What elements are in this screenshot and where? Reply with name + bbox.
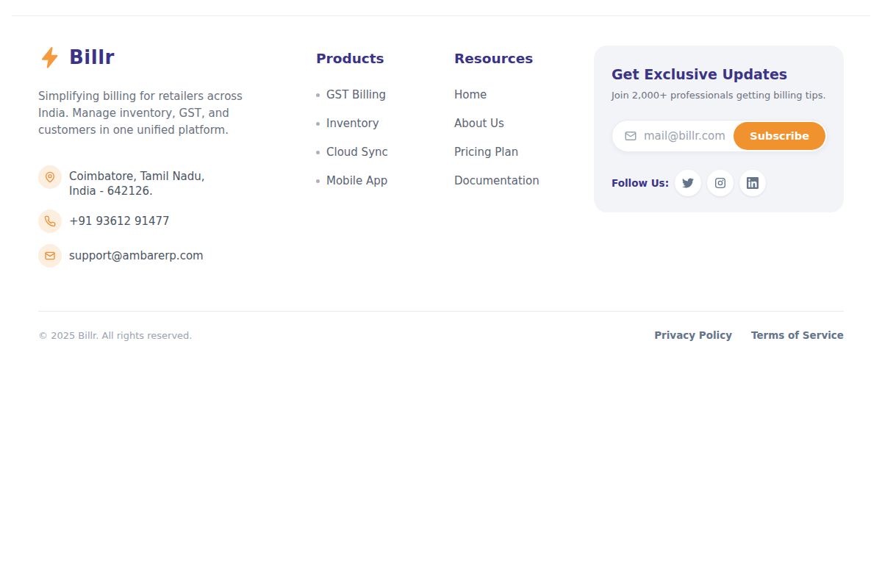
- resource-link-about-us[interactable]: About Us: [454, 117, 594, 130]
- phone-text: +91 93612 91477: [69, 209, 170, 229]
- twitter-icon: [682, 177, 694, 189]
- resource-link-pricing-plan[interactable]: Pricing Plan: [454, 146, 594, 159]
- resources-list: Home About Us Pricing Plan Documentation: [454, 88, 594, 187]
- bottom-links: Privacy Policy Terms of Service: [654, 329, 844, 341]
- bottom-divider: [38, 311, 844, 312]
- newsletter-title: Get Exclusive Updates: [612, 66, 828, 82]
- instagram-icon: [714, 177, 726, 189]
- product-link-inventory[interactable]: Inventory: [316, 117, 454, 130]
- products-title: Products: [316, 51, 454, 66]
- bullet-icon: [316, 122, 320, 126]
- brand-logo[interactable]: Billr: [38, 46, 268, 69]
- resource-link-home[interactable]: Home: [454, 88, 594, 101]
- contact-list: Coimbatore, Tamil Nadu, India - 642126. …: [38, 165, 268, 268]
- email-icon: [38, 244, 62, 268]
- brand-description: Simplifying billing for retailers across…: [38, 88, 268, 139]
- bottom-bar: © 2025 Billr. All rights reserved. Priva…: [38, 329, 844, 341]
- newsletter-card: Get Exclusive Updates Join 2,000+ profes…: [594, 46, 844, 212]
- brand-name: Billr: [69, 46, 115, 68]
- product-link-cloud-sync[interactable]: Cloud Sync: [316, 146, 454, 159]
- mail-icon: [624, 129, 637, 143]
- linkedin-button[interactable]: [739, 170, 766, 196]
- linkedin-icon: [747, 177, 759, 189]
- footer-main: Billr Simplifying billing for retailers …: [0, 0, 882, 268]
- contact-email[interactable]: support@ambarerp.com: [38, 244, 268, 268]
- lightning-bolt-icon: [38, 46, 62, 69]
- subscribe-form: Subscribe: [612, 120, 828, 152]
- privacy-policy-link[interactable]: Privacy Policy: [654, 329, 732, 341]
- phone-icon: [38, 209, 62, 233]
- contact-address: Coimbatore, Tamil Nadu, India - 642126.: [38, 165, 268, 198]
- copyright-text: © 2025 Billr. All rights reserved.: [38, 330, 192, 341]
- terms-of-service-link[interactable]: Terms of Service: [751, 329, 844, 341]
- email-text: support@ambarerp.com: [69, 244, 204, 263]
- location-pin-icon: [38, 165, 62, 189]
- twitter-button[interactable]: [675, 170, 701, 196]
- products-list: GST Billing Inventory Cloud Sync Mobile …: [316, 88, 454, 187]
- follow-row: Follow Us:: [612, 170, 828, 196]
- footer-page: Billr Simplifying billing for retailers …: [0, 0, 882, 588]
- brand-column: Billr Simplifying billing for retailers …: [38, 46, 268, 268]
- bullet-icon: [316, 151, 320, 154]
- products-column: Products GST Billing Inventory Cloud Syn…: [316, 51, 454, 203]
- product-link-mobile-app[interactable]: Mobile App: [316, 174, 454, 187]
- top-divider: [12, 15, 870, 16]
- bullet-icon: [316, 179, 320, 183]
- resources-title: Resources: [454, 51, 594, 66]
- subscribe-button[interactable]: Subscribe: [734, 122, 825, 150]
- contact-phone[interactable]: +91 93612 91477: [38, 209, 268, 233]
- bullet-icon: [316, 93, 320, 97]
- instagram-button[interactable]: [707, 170, 734, 196]
- newsletter-subtitle: Join 2,000+ professionals getting billin…: [612, 90, 828, 101]
- product-link-gst-billing[interactable]: GST Billing: [316, 88, 454, 101]
- follow-us-label: Follow Us:: [612, 177, 669, 189]
- resources-column: Resources Home About Us Pricing Plan Doc…: [454, 51, 594, 203]
- address-text: Coimbatore, Tamil Nadu, India - 642126.: [69, 165, 205, 198]
- resource-link-documentation[interactable]: Documentation: [454, 174, 594, 187]
